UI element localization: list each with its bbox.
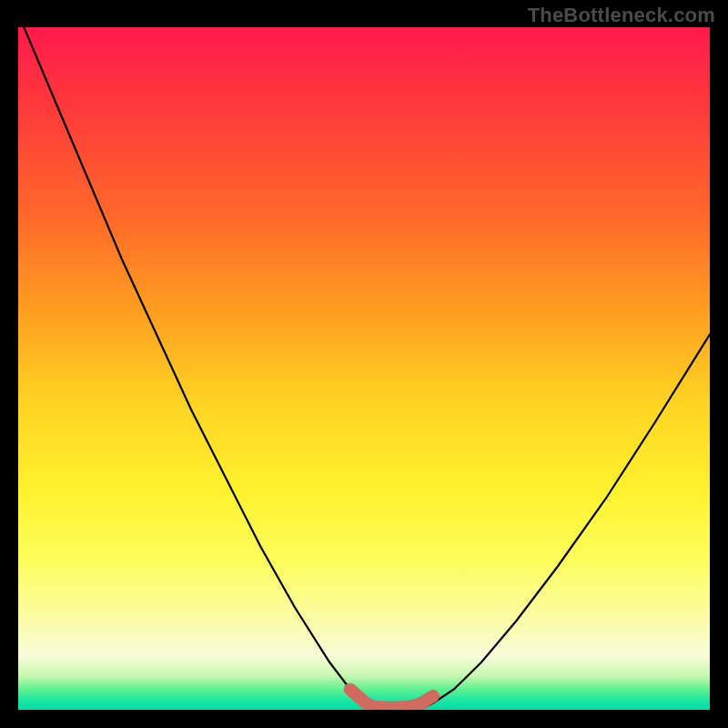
bottleneck-curve — [18, 27, 710, 710]
chart-plot-area — [18, 27, 710, 710]
watermark-text: TheBottleneck.com — [528, 4, 715, 27]
chart-frame: TheBottleneck.com — [0, 0, 728, 728]
flat-minimum-marker — [350, 690, 433, 708]
chart-svg — [18, 27, 710, 710]
